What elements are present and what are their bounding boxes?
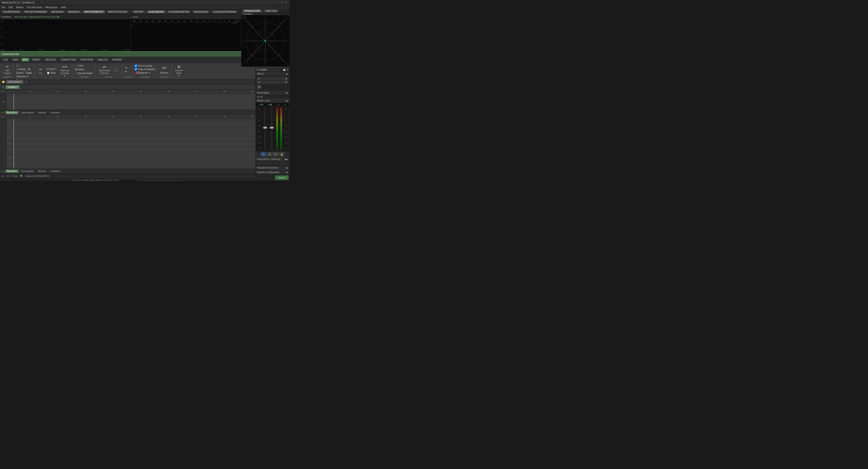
master-bypass-btn[interactable]: B <box>260 152 266 156</box>
tab-edit[interactable]: EDIT <box>22 58 29 62</box>
grid-h3 <box>7 103 255 104</box>
cut-btn[interactable]: ✂ Cut <box>37 67 45 75</box>
recover-btn[interactable]: ↩ Recover <box>158 64 170 75</box>
tab-analyze[interactable]: ANALYZE <box>96 58 109 62</box>
tab-spectrometer[interactable]: SPECTROMETER <box>83 10 105 13</box>
nudge-left-btn[interactable]: ◄ <box>124 66 128 69</box>
paste-crossfade-btn[interactable]: ⟺ Paste and Crossfade ▼ <box>59 64 71 78</box>
swap-stereo-btn[interactable]: ⇄ Swap Stereo Channels <box>97 64 112 75</box>
master-level-expand[interactable]: ▶ <box>286 100 288 102</box>
view-tab-spectrogram-lower[interactable]: Spectrogram <box>19 169 36 173</box>
close-btn[interactable]: ✕ <box>284 1 287 4</box>
tab-history[interactable]: HISTORY <box>132 10 145 13</box>
transport-stop[interactable]: ■ <box>101 180 106 181</box>
tab-render[interactable]: RENDER <box>111 58 123 62</box>
paste-btn[interactable]: 📋 Paste <box>46 71 58 74</box>
view-tab-loudness-lower[interactable]: Loudness <box>49 169 62 173</box>
file-group-tab[interactable]: File Group 1 <box>6 80 23 83</box>
track-content-upper[interactable]: -6 <box>7 94 255 110</box>
master-clip-btn[interactable]: A <box>267 152 272 156</box>
playback-expand[interactable]: ▶ <box>286 167 288 169</box>
nudge-right-btn[interactable]: ► <box>124 70 128 73</box>
fader-handle-right[interactable] <box>270 127 274 129</box>
menu-help[interactable]: Help <box>61 6 66 8</box>
zero-crossing-input[interactable] <box>134 64 137 67</box>
minimize-btn[interactable]: ─ <box>276 1 279 4</box>
view-tab-wavelet-lower[interactable]: Wavelet <box>36 169 48 173</box>
resampling-expand[interactable]: ▶ <box>286 92 288 94</box>
preset-settings-btn[interactable]: ▼ <box>286 69 288 71</box>
tab-process[interactable]: PROCESS <box>44 58 58 62</box>
track-content-lower[interactable]: 0dB -6 0dB 0dB -6 0dB 0dB <box>7 119 255 169</box>
tab-wavescope[interactable]: WAVESCOPE <box>192 10 210 13</box>
tab-loudnessmeter[interactable]: LOUDNESSMETER <box>167 10 191 13</box>
fader-handle-left[interactable] <box>264 127 267 129</box>
left-panel: ✏ Edit Project SOURCE 🖊 ▭ <box>0 63 255 181</box>
menu-file[interactable]: File <box>1 6 5 8</box>
master-dither-btn[interactable]: D <box>273 152 278 156</box>
master-lock-btn[interactable]: 🔒 <box>279 152 284 156</box>
tab-markers[interactable]: MARKERS <box>66 10 81 13</box>
view-tab-waveform-lower[interactable]: Waveform <box>5 169 19 173</box>
zero-crossing-checkbox[interactable]: Zero-Crossing <box>134 64 155 67</box>
crop-btn[interactable]: ⬚ Crop <box>74 64 94 67</box>
meter-left <box>276 107 278 150</box>
smooth-delete-btn[interactable]: ∿ Smooth Delete <box>74 72 94 75</box>
wave-file-tab[interactable]: Untitled 1 <box>6 86 20 89</box>
edit-project-btn[interactable]: ✏ Edit Project <box>3 64 12 75</box>
add-effect-btn[interactable]: + <box>257 85 261 89</box>
effect-1-settings[interactable]: ⚙ <box>285 77 287 80</box>
tab-phasescope[interactable]: PHASESCOPE <box>243 9 262 12</box>
progress-bar[interactable] <box>138 180 183 181</box>
view-tab-loudness[interactable]: Loudness <box>49 111 62 114</box>
channel-silence-btn[interactable]: ⬛ <box>112 67 121 72</box>
snap-magnets-checkbox[interactable]: Snap to Magnets <box>134 68 155 70</box>
range-btn[interactable]: ▭ Range All <box>15 68 31 71</box>
zoom-btn[interactable]: 🔍 <box>20 175 23 177</box>
tab-levelmeter[interactable]: LEVELMETER <box>147 10 165 13</box>
view-tab-waveform[interactable]: Waveform <box>5 111 19 114</box>
view-tab-spectrogram[interactable]: Spectrogram <box>19 111 36 114</box>
transport-prev[interactable]: ⏭ <box>78 180 83 181</box>
maximize-btn[interactable]: □ <box>280 1 283 4</box>
speaker-expand[interactable]: ▶ <box>286 171 288 173</box>
magnets-btn[interactable]: 🧲 Magnets ▼ <box>134 71 155 74</box>
view-tab-wavelet[interactable]: Wavelet <box>36 111 48 114</box>
channels-btn[interactable]: Channels ▼ <box>15 75 30 78</box>
external-editor-btn[interactable]: ⊞ External Editor ▼ <box>174 64 184 78</box>
effect-2-settings[interactable]: ⚙ <box>285 81 287 83</box>
tab-livespectrogram[interactable]: LIVESPECTROGRAM <box>211 10 238 13</box>
transport-ff[interactable]: ⏩ <box>90 180 95 181</box>
menu-workspace[interactable]: Workspace <box>45 6 58 8</box>
tab-timecode[interactable]: TIMECODE <box>263 9 279 12</box>
tab-correction[interactable]: CORRECTION <box>59 58 77 62</box>
tab-insert[interactable]: INSERT <box>31 58 42 62</box>
transport-loop[interactable]: 🔁 <box>96 180 101 181</box>
preset-name: Untitled <box>259 68 282 71</box>
transport-play[interactable]: ▶ <box>107 180 112 181</box>
menu-edit[interactable]: Edit <box>8 6 13 8</box>
extend-btn[interactable]: Extend Toggle <box>15 71 33 74</box>
delete-btn[interactable]: ✖ Delete <box>74 68 94 71</box>
snap-magnets-input[interactable] <box>134 68 137 70</box>
tab-metadata[interactable]: METADATA <box>50 10 65 13</box>
tab-spectroscope[interactable]: SPECTROSCOPE <box>106 10 129 13</box>
tab-projectmanager[interactable]: PROJECTMANAGER <box>23 10 49 13</box>
tab-view[interactable]: VIEW <box>11 58 20 62</box>
transport-rewind-start[interactable]: ⏮ <box>72 180 77 181</box>
ribbon-tools: 🖊 ▭ Range All Extend Toggle Channels <box>14 64 35 78</box>
preset-save-btn[interactable]: 💾 <box>283 69 285 71</box>
copy-btn[interactable]: ⎘ Copy ▼ <box>46 67 58 71</box>
tab-filebrowser[interactable]: FILEBROWSER <box>1 10 22 13</box>
add-file-group-btn[interactable]: + <box>25 80 28 84</box>
tab-spectrum[interactable]: SPECTRUM <box>79 58 94 62</box>
pencil-tool-btn[interactable]: 🖊 <box>15 64 20 67</box>
tab-file[interactable]: FILE <box>2 58 9 62</box>
menu-tool-windows[interactable]: Tool Windows <box>27 6 42 8</box>
transport-rewind[interactable]: ⏪ <box>84 180 89 181</box>
transport-record[interactable]: ● <box>113 180 118 181</box>
render-btn[interactable]: Render <box>275 175 288 180</box>
effects-expand-btn[interactable]: ▶ <box>286 73 288 75</box>
final-effects-expand[interactable]: ▶▶ <box>285 158 288 160</box>
menu-meters[interactable]: Meters <box>16 6 24 8</box>
